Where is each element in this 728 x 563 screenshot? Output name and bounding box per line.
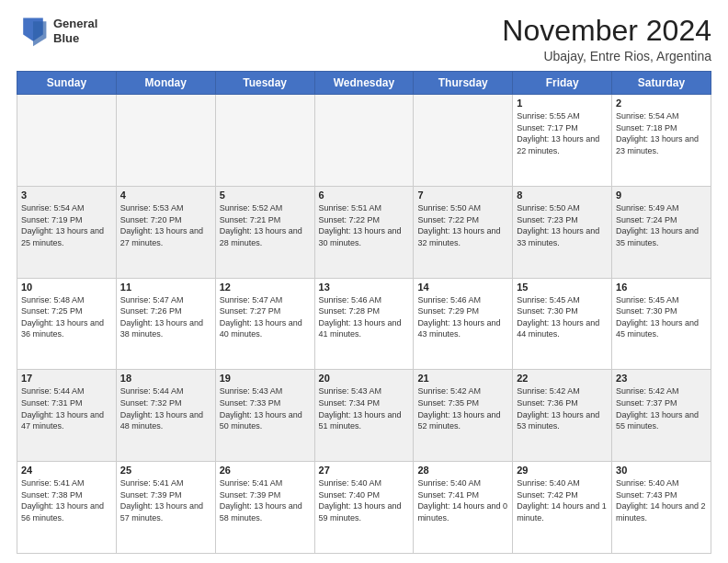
header-row: Sunday Monday Tuesday Wednesday Thursday… — [17, 72, 711, 95]
col-monday: Monday — [116, 72, 215, 95]
table-row: 3Sunrise: 5:54 AM Sunset: 7:19 PM Daylig… — [17, 186, 117, 278]
day-number: 6 — [319, 190, 410, 201]
day-number: 27 — [319, 465, 410, 476]
day-number: 29 — [517, 465, 608, 476]
calendar-table: Sunday Monday Tuesday Wednesday Thursday… — [17, 71, 711, 554]
page: General Blue November 2024 Ubajay, Entre… — [0, 0, 728, 563]
day-number: 17 — [21, 373, 112, 384]
day-number: 9 — [616, 190, 707, 201]
col-tuesday: Tuesday — [215, 72, 314, 95]
table-row: 20Sunrise: 5:43 AM Sunset: 7:34 PM Dayli… — [314, 370, 414, 462]
day-number: 14 — [417, 282, 508, 293]
calendar-week-4: 24Sunrise: 5:41 AM Sunset: 7:38 PM Dayli… — [17, 462, 711, 554]
title-block: November 2024 Ubajay, Entre Rios, Argent… — [502, 15, 711, 63]
table-row: 29Sunrise: 5:40 AM Sunset: 7:42 PM Dayli… — [513, 462, 612, 554]
day-info: Sunrise: 5:55 AM Sunset: 7:17 PM Dayligh… — [517, 110, 608, 156]
table-row: 14Sunrise: 5:46 AM Sunset: 7:29 PM Dayli… — [414, 278, 513, 370]
day-info: Sunrise: 5:52 AM Sunset: 7:21 PM Dayligh… — [220, 202, 311, 248]
day-number: 2 — [616, 98, 707, 109]
table-row: 5Sunrise: 5:52 AM Sunset: 7:21 PM Daylig… — [215, 186, 314, 278]
day-info: Sunrise: 5:47 AM Sunset: 7:26 PM Dayligh… — [120, 294, 211, 340]
table-row: 23Sunrise: 5:42 AM Sunset: 7:37 PM Dayli… — [612, 370, 711, 462]
day-number: 8 — [517, 190, 608, 201]
col-saturday: Saturday — [612, 72, 711, 95]
day-info: Sunrise: 5:40 AM Sunset: 7:40 PM Dayligh… — [319, 477, 410, 523]
day-number: 20 — [319, 373, 410, 384]
day-number: 22 — [517, 373, 608, 384]
table-row: 25Sunrise: 5:41 AM Sunset: 7:39 PM Dayli… — [116, 462, 215, 554]
day-info: Sunrise: 5:50 AM Sunset: 7:22 PM Dayligh… — [417, 202, 508, 248]
table-row: 2Sunrise: 5:54 AM Sunset: 7:18 PM Daylig… — [612, 95, 711, 187]
day-info: Sunrise: 5:49 AM Sunset: 7:24 PM Dayligh… — [616, 202, 707, 248]
day-info: Sunrise: 5:41 AM Sunset: 7:39 PM Dayligh… — [220, 477, 311, 523]
table-row: 26Sunrise: 5:41 AM Sunset: 7:39 PM Dayli… — [215, 462, 314, 554]
table-row: 9Sunrise: 5:49 AM Sunset: 7:24 PM Daylig… — [612, 186, 711, 278]
day-number: 28 — [417, 465, 508, 476]
day-info: Sunrise: 5:42 AM Sunset: 7:37 PM Dayligh… — [616, 385, 707, 431]
day-info: Sunrise: 5:40 AM Sunset: 7:41 PM Dayligh… — [417, 477, 508, 523]
day-number: 13 — [319, 282, 410, 293]
table-row: 11Sunrise: 5:47 AM Sunset: 7:26 PM Dayli… — [116, 278, 215, 370]
day-number: 24 — [21, 465, 112, 476]
table-row: 16Sunrise: 5:45 AM Sunset: 7:30 PM Dayli… — [612, 278, 711, 370]
day-number: 23 — [616, 373, 707, 384]
col-wednesday: Wednesday — [314, 72, 414, 95]
table-row: 10Sunrise: 5:48 AM Sunset: 7:25 PM Dayli… — [17, 278, 117, 370]
day-number: 26 — [220, 465, 311, 476]
table-row: 8Sunrise: 5:50 AM Sunset: 7:23 PM Daylig… — [513, 186, 612, 278]
day-info: Sunrise: 5:44 AM Sunset: 7:31 PM Dayligh… — [21, 385, 112, 431]
day-number: 11 — [120, 282, 211, 293]
table-row — [314, 95, 414, 187]
day-number: 7 — [417, 190, 508, 201]
day-info: Sunrise: 5:54 AM Sunset: 7:18 PM Dayligh… — [616, 110, 707, 156]
day-number: 25 — [120, 465, 211, 476]
header: General Blue November 2024 Ubajay, Entre… — [17, 15, 711, 63]
table-row: 27Sunrise: 5:40 AM Sunset: 7:40 PM Dayli… — [314, 462, 414, 554]
day-number: 15 — [517, 282, 608, 293]
table-row: 18Sunrise: 5:44 AM Sunset: 7:32 PM Dayli… — [116, 370, 215, 462]
day-number: 1 — [517, 98, 608, 109]
table-row — [116, 95, 215, 187]
table-row — [17, 95, 117, 187]
day-info: Sunrise: 5:40 AM Sunset: 7:42 PM Dayligh… — [517, 477, 608, 523]
table-row: 17Sunrise: 5:44 AM Sunset: 7:31 PM Dayli… — [17, 370, 117, 462]
calendar-week-1: 3Sunrise: 5:54 AM Sunset: 7:19 PM Daylig… — [17, 186, 711, 278]
table-row: 7Sunrise: 5:50 AM Sunset: 7:22 PM Daylig… — [414, 186, 513, 278]
table-row: 6Sunrise: 5:51 AM Sunset: 7:22 PM Daylig… — [314, 186, 414, 278]
calendar-week-2: 10Sunrise: 5:48 AM Sunset: 7:25 PM Dayli… — [17, 278, 711, 370]
month-title: November 2024 — [502, 15, 711, 47]
day-info: Sunrise: 5:43 AM Sunset: 7:34 PM Dayligh… — [319, 385, 410, 431]
day-info: Sunrise: 5:42 AM Sunset: 7:36 PM Dayligh… — [517, 385, 608, 431]
day-info: Sunrise: 5:45 AM Sunset: 7:30 PM Dayligh… — [517, 294, 608, 340]
day-info: Sunrise: 5:43 AM Sunset: 7:33 PM Dayligh… — [220, 385, 311, 431]
table-row: 21Sunrise: 5:42 AM Sunset: 7:35 PM Dayli… — [414, 370, 513, 462]
day-number: 30 — [616, 465, 707, 476]
day-info: Sunrise: 5:40 AM Sunset: 7:43 PM Dayligh… — [616, 477, 707, 523]
day-number: 12 — [220, 282, 311, 293]
col-sunday: Sunday — [17, 72, 117, 95]
day-info: Sunrise: 5:46 AM Sunset: 7:29 PM Dayligh… — [417, 294, 508, 340]
table-row: 19Sunrise: 5:43 AM Sunset: 7:33 PM Dayli… — [215, 370, 314, 462]
col-thursday: Thursday — [414, 72, 513, 95]
day-info: Sunrise: 5:51 AM Sunset: 7:22 PM Dayligh… — [319, 202, 410, 248]
svg-marker-1 — [33, 21, 46, 46]
logo: General Blue — [17, 15, 97, 48]
day-info: Sunrise: 5:42 AM Sunset: 7:35 PM Dayligh… — [417, 385, 508, 431]
calendar-week-3: 17Sunrise: 5:44 AM Sunset: 7:31 PM Dayli… — [17, 370, 711, 462]
day-info: Sunrise: 5:48 AM Sunset: 7:25 PM Dayligh… — [21, 294, 112, 340]
table-row: 12Sunrise: 5:47 AM Sunset: 7:27 PM Dayli… — [215, 278, 314, 370]
table-row: 1Sunrise: 5:55 AM Sunset: 7:17 PM Daylig… — [513, 95, 612, 187]
table-row: 22Sunrise: 5:42 AM Sunset: 7:36 PM Dayli… — [513, 370, 612, 462]
table-row: 4Sunrise: 5:53 AM Sunset: 7:20 PM Daylig… — [116, 186, 215, 278]
day-info: Sunrise: 5:41 AM Sunset: 7:39 PM Dayligh… — [120, 477, 211, 523]
day-number: 4 — [120, 190, 211, 201]
day-number: 3 — [21, 190, 112, 201]
day-info: Sunrise: 5:47 AM Sunset: 7:27 PM Dayligh… — [220, 294, 311, 340]
calendar-header: Sunday Monday Tuesday Wednesday Thursday… — [17, 72, 711, 95]
logo-icon — [17, 15, 50, 48]
calendar-body: 1Sunrise: 5:55 AM Sunset: 7:17 PM Daylig… — [17, 95, 711, 554]
day-info: Sunrise: 5:41 AM Sunset: 7:38 PM Dayligh… — [21, 477, 112, 523]
day-info: Sunrise: 5:44 AM Sunset: 7:32 PM Dayligh… — [120, 385, 211, 431]
table-row: 13Sunrise: 5:46 AM Sunset: 7:28 PM Dayli… — [314, 278, 414, 370]
location-subtitle: Ubajay, Entre Rios, Argentina — [502, 49, 711, 63]
